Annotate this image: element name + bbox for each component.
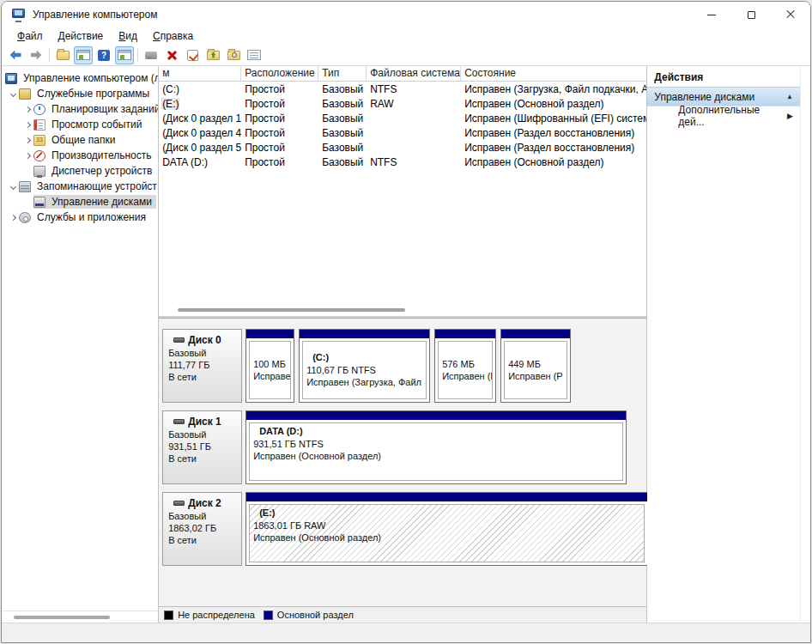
- tree-item-services-apps[interactable]: Службы и приложения: [2, 210, 158, 225]
- event-viewer-icon: [33, 119, 45, 131]
- partition-disk0-4[interactable]: 576 МБ Исправен (Ра: [434, 329, 496, 403]
- chevron-right-icon[interactable]: [7, 216, 19, 220]
- verify-button[interactable]: [183, 46, 202, 64]
- partition-color-bar: [246, 493, 647, 501]
- primary-partition-swatch: [264, 611, 273, 620]
- column-header-type[interactable]: Тип: [318, 66, 367, 81]
- forward-icon: [31, 51, 42, 60]
- menu-help[interactable]: Справка: [146, 28, 200, 44]
- disk1-label[interactable]: Диск 1 Базовый 931,51 ГБ В сети: [162, 410, 242, 484]
- column-header-filesystem[interactable]: Файловая система: [367, 66, 461, 81]
- volume-row-disk0-part1[interactable]: (Диск 0 раздел 1) Простой Базовый Исправ…: [159, 111, 646, 125]
- show-console-tree-button[interactable]: [74, 46, 93, 64]
- forward-button[interactable]: [27, 46, 45, 64]
- partition-color-bar: [300, 330, 429, 338]
- scrollbar-thumb[interactable]: [14, 616, 110, 619]
- actions-more-actions[interactable]: Дополнительные дей... ▶: [647, 106, 800, 125]
- delete-button[interactable]: [162, 46, 181, 64]
- column-header-layout[interactable]: Расположение: [241, 66, 318, 81]
- hdd-icon: [173, 419, 185, 424]
- scrollbar-thumb[interactable]: [178, 308, 405, 312]
- help-button[interactable]: ?: [94, 46, 113, 64]
- maximize-icon: [748, 11, 755, 19]
- maximize-button[interactable]: [731, 2, 771, 27]
- status-bar: [2, 623, 810, 642]
- graphical-view: Диск 0 Базовый 111,77 ГБ В сети 100 МБ И…: [159, 318, 646, 623]
- tree-item-shared-folders[interactable]: Общие папки: [2, 132, 158, 148]
- shared-folders-icon: [33, 135, 45, 146]
- back-button[interactable]: [6, 46, 25, 64]
- tree-item-disk-management[interactable]: Управление дисками: [2, 194, 158, 210]
- legend-unallocated: Не распределена: [164, 610, 255, 620]
- computer-management-window: Управление компьютером Файл Действие Вид…: [1, 1, 811, 643]
- folder-search-icon: [227, 51, 240, 60]
- partition-disk0-1[interactable]: 100 МБ Исправе: [245, 329, 294, 403]
- menu-file[interactable]: Файл: [10, 28, 50, 44]
- move-up-button[interactable]: [203, 46, 222, 64]
- console-tree-icon: [76, 50, 90, 60]
- hdd-icon: [173, 501, 185, 506]
- disk2-label[interactable]: Диск 2 Базовый 1863,02 ГБ В сети: [162, 492, 242, 566]
- tree-item-task-scheduler[interactable]: Планировщик заданий: [2, 101, 158, 117]
- delete-icon: [167, 50, 178, 61]
- chevron-right-icon[interactable]: [21, 107, 33, 112]
- popup-icon: [145, 52, 157, 59]
- up-folder-icon: [57, 51, 70, 60]
- back-icon: [10, 51, 21, 60]
- volume-row-data-d[interactable]: DATA (D:) Простой Базовый NTFS Исправен …: [159, 155, 646, 169]
- volume-list: м Расположение Тип Файловая система Сост…: [159, 66, 646, 318]
- close-icon: [785, 9, 796, 20]
- up-folder-button[interactable]: [53, 46, 72, 64]
- performance-icon: [33, 150, 45, 161]
- chevron-down-icon[interactable]: [7, 92, 19, 96]
- volume-row-e[interactable]: (E:) Простой Базовый RAW Исправен (Основ…: [159, 96, 646, 111]
- chevron-right-icon[interactable]: [21, 154, 33, 158]
- minimize-button[interactable]: [692, 2, 731, 27]
- tree-item-system-tools[interactable]: Служебные программы: [2, 86, 158, 101]
- disk-row-1: Диск 1 Базовый 931,51 ГБ В сети DATA (D:…: [162, 410, 646, 484]
- title-bar: Управление компьютером: [2, 2, 810, 27]
- chevron-right-icon[interactable]: [21, 123, 33, 127]
- disk-row-2: Диск 2 Базовый 1863,02 ГБ В сети (E:) 18…: [162, 492, 646, 566]
- disk0-label[interactable]: Диск 0 Базовый 111,77 ГБ В сети: [162, 329, 242, 403]
- tree-item-device-manager[interactable]: Диспетчер устройств: [2, 163, 158, 179]
- properties-button[interactable]: [245, 46, 264, 64]
- help-icon: ?: [98, 50, 110, 61]
- folder-up-icon: [207, 51, 220, 60]
- task-scheduler-icon: [33, 104, 45, 115]
- column-header-volume[interactable]: м: [159, 66, 241, 81]
- volume-row-c[interactable]: (C:) Простой Базовый NTFS Исправен (Загр…: [159, 82, 646, 96]
- tree-item-computer-management[interactable]: Управление компьютером (л: [2, 70, 158, 86]
- tree-item-storage[interactable]: Запоминающие устройст: [2, 179, 158, 194]
- menu-action[interactable]: Действие: [52, 28, 111, 44]
- collapse-icon[interactable]: ▲: [786, 93, 793, 100]
- partition-disk2-e-selected[interactable]: (E:) 1863,01 ГБ RAW Исправен (Основной р…: [245, 492, 648, 566]
- volume-row-disk0-part4[interactable]: (Диск 0 раздел 4) Простой Базовый Исправ…: [159, 125, 646, 140]
- column-header-status[interactable]: Состояние: [461, 66, 646, 81]
- find-button[interactable]: [224, 46, 243, 64]
- menu-bar: Файл Действие Вид Справка: [2, 27, 810, 45]
- menu-view[interactable]: Вид: [112, 28, 144, 44]
- unallocated-swatch: [164, 611, 173, 620]
- partition-disk1-d[interactable]: DATA (D:) 931,51 ГБ NTFS Исправен (Основ…: [245, 410, 627, 484]
- disk-row-0: Диск 0 Базовый 111,77 ГБ В сети 100 МБ И…: [162, 329, 646, 403]
- partition-disk0-5[interactable]: 449 МБ Исправен (Р: [500, 329, 571, 403]
- volume-row-disk0-part5[interactable]: (Диск 0 раздел 5) Простой Базовый Исправ…: [159, 140, 646, 155]
- action-pane-icon: [118, 50, 131, 60]
- disk-management-pane: м Расположение Тип Файловая система Сост…: [159, 66, 647, 623]
- tree-item-performance[interactable]: Производительность: [2, 148, 158, 163]
- chevron-right-icon[interactable]: [21, 138, 33, 143]
- app-icon: [12, 9, 26, 21]
- tree-item-event-viewer[interactable]: Просмотр событий: [2, 117, 158, 132]
- popup-window-button[interactable]: [142, 46, 161, 64]
- tree: Управление компьютером (л Служебные прог…: [2, 66, 158, 611]
- close-button[interactable]: [771, 2, 810, 27]
- console-tree-pane: Управление компьютером (л Служебные прог…: [2, 66, 159, 623]
- volume-list-horizontal-scrollbar[interactable]: [159, 304, 646, 316]
- show-action-pane-button[interactable]: [115, 46, 134, 64]
- chevron-down-icon[interactable]: [7, 185, 19, 189]
- partition-disk0-c[interactable]: (C:) 110,67 ГБ NTFS Исправен (Загрузка, …: [299, 329, 430, 403]
- sidebar-horizontal-scrollbar[interactable]: [2, 611, 158, 623]
- window-title: Управление компьютером: [33, 9, 157, 21]
- submenu-arrow-icon: ▶: [787, 112, 793, 120]
